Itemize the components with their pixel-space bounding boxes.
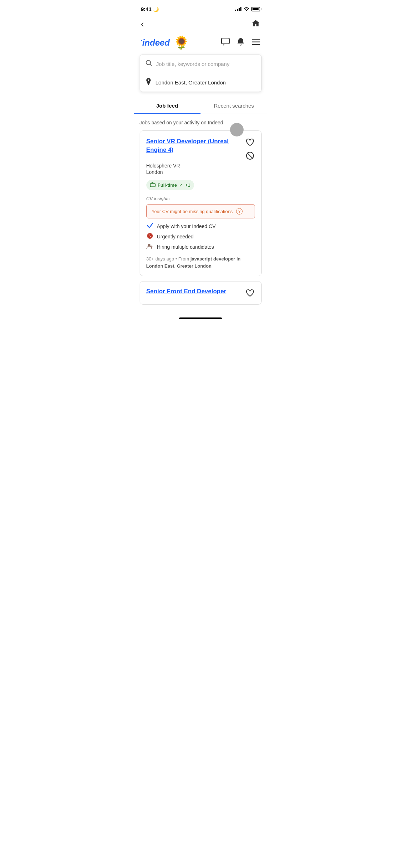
location-row[interactable]: London East, Greater London [140, 73, 261, 92]
company-name: Holosphere VR [146, 163, 255, 169]
tab-job-feed[interactable]: Job feed [134, 98, 201, 114]
svg-line-6 [247, 153, 253, 159]
scroll-indicator [230, 123, 244, 136]
indeed-logo: ∙indeed [141, 38, 170, 48]
briefcase-icon [150, 182, 156, 188]
svg-rect-1 [252, 39, 260, 40]
job-card-header: Senior VR Developer (Unreal Engine 4) [146, 137, 255, 161]
checkmark-icon: ✓ [179, 182, 183, 188]
home-button[interactable] [251, 19, 260, 30]
main-content: Jobs based on your activity on Indeed Se… [134, 120, 267, 305]
back-button[interactable]: ‹ [141, 19, 144, 30]
location-icon [146, 78, 151, 87]
status-icons [235, 6, 260, 12]
job-card: Senior VR Developer (Unreal Engine 4) Ho… [140, 130, 262, 276]
job-features: Apply with your Indeed CV Urgently neede… [146, 223, 255, 250]
tabs: Job feed Recent searches [134, 98, 267, 114]
preview-save-button[interactable] [245, 288, 255, 298]
search-input[interactable]: Job title, keywords or company [156, 61, 230, 67]
svg-rect-2 [252, 42, 260, 43]
home-indicator [134, 312, 267, 322]
job-title[interactable]: Senior VR Developer (Unreal Engine 4) [146, 137, 245, 154]
notification-icon[interactable] [237, 37, 245, 48]
nav-bar: ‹ [134, 16, 267, 32]
status-bar: 9:41 🌙 [134, 0, 267, 16]
search-icon [146, 60, 152, 68]
people-icon [146, 243, 153, 250]
save-job-button[interactable] [245, 137, 255, 147]
job-meta: 30+ days ago • From javascript developer… [146, 255, 255, 269]
location-text: London East, Greater London [156, 79, 226, 86]
svg-rect-0 [222, 38, 229, 44]
feature-urgent: Urgently needed [146, 233, 255, 241]
header-left: ∙indeed 🌻 [141, 35, 189, 50]
menu-icon[interactable] [252, 39, 260, 47]
svg-rect-3 [252, 44, 260, 45]
tab-recent-searches[interactable]: Recent searches [200, 98, 267, 114]
job-card-preview[interactable]: Senior Front End Developer [140, 281, 262, 305]
header-icons [221, 37, 260, 48]
job-tags: Full-time ✓ +1 [146, 180, 255, 190]
sunflower-emoji: 🌻 [173, 35, 189, 50]
cv-warning-banner[interactable]: Your CV might be missing qualifications … [146, 204, 255, 218]
job-actions [245, 137, 255, 161]
job-location: London [146, 169, 255, 175]
preview-job-title[interactable]: Senior Front End Developer [146, 288, 226, 295]
search-container: Job title, keywords or company London Ea… [140, 55, 262, 92]
cv-insights-label: CV insights [146, 196, 255, 201]
app-header: ∙indeed 🌻 [134, 32, 267, 55]
feature-apply: Apply with your Indeed CV [146, 223, 255, 230]
question-icon: ? [236, 208, 243, 215]
search-row[interactable]: Job title, keywords or company [140, 55, 261, 73]
message-icon[interactable] [221, 38, 230, 48]
signal-bars-icon [235, 7, 241, 11]
battery-icon [251, 7, 260, 11]
clock-icon [146, 233, 153, 241]
home-bar [179, 317, 222, 319]
wifi-icon [244, 6, 249, 12]
job-tag-fulltime: Full-time ✓ +1 [146, 180, 194, 190]
feature-hiring: Hiring multiple candidates [146, 243, 255, 250]
hide-job-button[interactable] [245, 151, 255, 161]
cv-insights: CV insights Your CV might be missing qua… [146, 196, 255, 218]
status-time: 9:41 🌙 [141, 6, 159, 12]
apply-icon [146, 223, 153, 230]
svg-rect-7 [150, 184, 155, 187]
section-title: Jobs based on your activity on Indeed [140, 120, 262, 125]
